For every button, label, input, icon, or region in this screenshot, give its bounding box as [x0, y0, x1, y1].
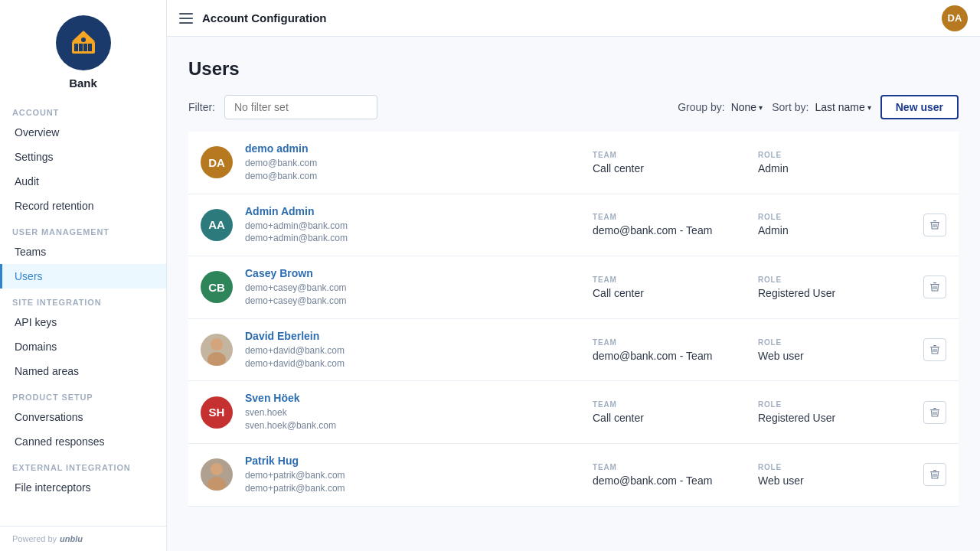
section-label-user-management: User Management [0, 218, 166, 240]
page-title: Users [188, 58, 959, 80]
sidebar-footer: Powered by unblu [0, 526, 166, 551]
sidebar-item-record-retention[interactable]: Record retention [0, 194, 166, 218]
content-area: Users Filter: Group by: None ▾ Sort by: … [167, 37, 980, 551]
user-avatar: CB [201, 271, 233, 303]
delete-user-button[interactable] [923, 463, 946, 486]
sidebar-item-conversations[interactable]: Conversations [0, 405, 166, 429]
user-email: demo+david@bank.comdemo+david@bank.com [245, 344, 580, 370]
user-avatar [201, 458, 233, 491]
svg-rect-27 [930, 471, 939, 472]
user-info: Casey Brown demo+casey@bank.comdemo+case… [245, 267, 580, 308]
delete-user-button[interactable] [923, 338, 946, 361]
user-name[interactable]: Sven Höek [245, 392, 580, 404]
delete-user-button[interactable] [923, 401, 946, 424]
sidebar-item-named-areas[interactable]: Named areas [0, 359, 166, 383]
user-info: Patrik Hug demo+patrik@bank.comdemo+patr… [245, 455, 580, 495]
user-row: Patrik Hug demo+patrik@bank.comdemo+patr… [188, 444, 959, 507]
sidebar-item-canned-responses[interactable]: Canned responses [0, 429, 166, 454]
user-team: TEAMdemo@bank.com - Team [593, 338, 746, 362]
svg-rect-28 [933, 470, 936, 471]
sort-by-label: Sort by: [772, 101, 808, 113]
delete-user-button[interactable] [923, 276, 946, 298]
user-role: ROLEWeb user [758, 463, 911, 487]
section-label-site-integration: Site Integration [0, 289, 166, 310]
group-by-chevron-icon: ▾ [759, 103, 763, 112]
user-team: TEAMCall center [593, 276, 746, 299]
user-email: demo+admin@bank.comdemo+admin@bank.com [245, 220, 580, 246]
user-role: ROLEWeb user [758, 338, 911, 362]
user-name[interactable]: demo admin [245, 142, 580, 155]
user-role: ROLEAdmin [758, 151, 911, 174]
user-team: TEAMCall center [593, 400, 746, 424]
user-info: Admin Admin demo+admin@bank.comdemo+admi… [245, 205, 580, 246]
user-row: David Eberlein demo+david@bank.comdemo+d… [188, 319, 959, 382]
user-email: demo@bank.comdemo@bank.com [245, 157, 580, 183]
group-by-value[interactable]: None ▾ [731, 101, 763, 113]
sidebar-logo: Bank [0, 0, 166, 99]
sort-by-value[interactable]: Last name ▾ [815, 101, 871, 113]
svg-rect-1 [74, 44, 78, 51]
user-info: Sven Höek sven.hoeksven.hoek@bank.com [245, 392, 580, 432]
user-row: SH Sven Höek sven.hoeksven.hoek@bank.com… [188, 381, 959, 444]
user-avatar-topbar[interactable]: DA [942, 5, 968, 31]
user-email: sven.hoeksven.hoek@bank.com [245, 406, 580, 432]
svg-rect-4 [88, 44, 92, 51]
sidebar: Bank Account Overview Settings Audit Rec… [0, 0, 167, 551]
user-row: CB Casey Brown demo+casey@bank.comdemo+c… [188, 256, 959, 319]
sidebar-item-overview[interactable]: Overview [0, 120, 166, 145]
delete-user-button[interactable] [923, 214, 946, 236]
section-label-product-setup: Product Setup [0, 383, 166, 405]
filter-label: Filter: [188, 101, 215, 113]
svg-rect-7 [930, 222, 939, 223]
user-row: DA demo admin demo@bank.comdemo@bank.com… [188, 132, 959, 194]
org-logo [56, 15, 111, 70]
user-avatar: DA [201, 146, 233, 178]
sidebar-item-domains[interactable]: Domains [0, 334, 166, 359]
topbar-title: Account Configuration [202, 11, 933, 24]
sidebar-item-users[interactable]: Users [0, 264, 166, 289]
toolbar: Filter: Group by: None ▾ Sort by: Last n… [188, 95, 959, 119]
svg-rect-17 [930, 347, 939, 347]
user-row: AA Admin Admin demo+admin@bank.comdemo+a… [188, 194, 959, 257]
user-info: demo admin demo@bank.comdemo@bank.com [245, 142, 580, 183]
powered-by-label: Powered by [12, 534, 57, 543]
svg-rect-22 [930, 409, 939, 410]
filter-input[interactable] [224, 95, 377, 119]
sidebar-item-file-interceptors[interactable]: File interceptors [0, 475, 166, 500]
sidebar-item-settings[interactable]: Settings [0, 145, 166, 169]
user-email: demo+patrik@bank.comdemo+patrik@bank.com [245, 469, 580, 495]
new-user-button[interactable]: New user [880, 95, 959, 119]
user-name[interactable]: Patrik Hug [245, 455, 580, 467]
sort-by-chevron-icon: ▾ [867, 103, 871, 112]
section-label-account: Account [0, 99, 166, 120]
svg-point-6 [81, 37, 86, 42]
group-by-control: Group by: None ▾ [678, 101, 763, 113]
svg-rect-8 [933, 220, 936, 221]
sidebar-item-api-keys[interactable]: API keys [0, 310, 166, 334]
user-info: David Eberlein demo+david@bank.comdemo+d… [245, 330, 580, 370]
group-by-label: Group by: [678, 101, 724, 113]
section-label-external-integration: External Integration [0, 454, 166, 475]
org-name: Bank [69, 77, 97, 90]
user-role: ROLERegistered User [758, 400, 911, 424]
menu-toggle-button[interactable] [179, 13, 193, 24]
users-list: DA demo admin demo@bank.comdemo@bank.com… [188, 132, 959, 507]
user-name[interactable]: David Eberlein [245, 330, 580, 342]
sidebar-item-audit[interactable]: Audit [0, 169, 166, 194]
svg-rect-23 [933, 408, 936, 409]
topbar: Account Configuration DA [167, 0, 980, 37]
user-avatar: AA [201, 209, 233, 241]
svg-rect-3 [83, 44, 87, 51]
sidebar-item-teams[interactable]: Teams [0, 240, 166, 264]
user-name[interactable]: Casey Brown [245, 267, 580, 279]
svg-rect-18 [933, 345, 936, 346]
user-email: demo+casey@bank.comdemo+casey@bank.com [245, 282, 580, 308]
user-role: ROLEAdmin [758, 213, 911, 236]
svg-rect-13 [933, 282, 936, 283]
svg-rect-12 [930, 284, 939, 285]
user-name[interactable]: Admin Admin [245, 205, 580, 217]
sort-by-control: Sort by: Last name ▾ [772, 101, 871, 113]
user-team: TEAMdemo@bank.com - Team [593, 463, 746, 487]
user-team: TEAMCall center [593, 151, 746, 174]
user-avatar: SH [201, 396, 233, 429]
